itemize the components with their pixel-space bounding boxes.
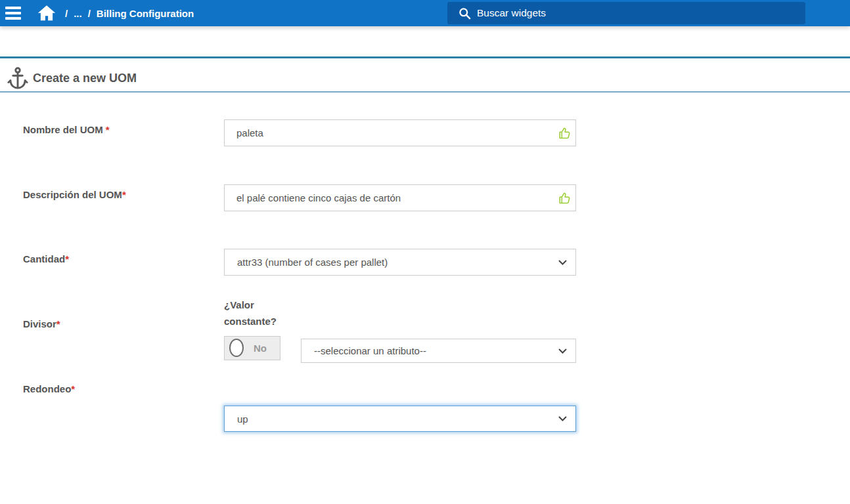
thumbs-up-valid-icon (557, 126, 570, 142)
chevron-down-icon (558, 260, 567, 265)
divisor-selected-value: --seleccionar un atributo-- (314, 345, 426, 356)
constant-value-question-label: ¿Valor constante? (224, 297, 296, 329)
field-label-cantidad: Cantidad* (23, 253, 69, 264)
nombre-uom-input[interactable] (224, 119, 576, 146)
page: / ... / Billing Configuration Buscar wid… (0, 0, 850, 504)
hamburger-menu-icon[interactable] (5, 6, 22, 20)
breadcrumb-separator: / (65, 8, 68, 19)
cantidad-select[interactable]: attr33 (number of cases per pallet) (224, 249, 576, 276)
anchor-icon (7, 67, 28, 89)
required-asterisk: * (71, 383, 75, 394)
required-asterisk: * (106, 124, 110, 135)
field-label-redondeo: Redondeo* (23, 383, 75, 394)
redondeo-select[interactable]: up (224, 406, 576, 432)
descripcion-uom-field-wrap (224, 184, 576, 211)
breadcrumb-current: Billing Configuration (97, 8, 194, 19)
home-icon[interactable] (37, 4, 56, 22)
section-divider-bottom (0, 91, 850, 93)
constant-value-toggle[interactable]: No (224, 336, 280, 360)
breadcrumb-separator: / (88, 8, 91, 19)
chevron-down-icon (558, 416, 567, 421)
required-asterisk: * (122, 189, 126, 200)
nombre-uom-field-wrap (224, 119, 576, 146)
section-divider-top (0, 56, 850, 58)
page-title: Create a new UOM (33, 72, 137, 85)
required-asterisk: * (56, 318, 60, 329)
toggle-knob-icon (229, 339, 244, 357)
chevron-down-icon (558, 348, 567, 354)
breadcrumb-collapsed[interactable]: ... (74, 8, 82, 19)
breadcrumb: / ... / Billing Configuration (65, 0, 194, 26)
toggle-state-label: No (254, 337, 267, 360)
search-placeholder: Buscar widgets (477, 7, 546, 19)
required-asterisk: * (65, 253, 69, 264)
descripcion-uom-input[interactable] (224, 184, 576, 211)
field-label-nombre: Nombre del UOM * (23, 124, 110, 135)
search-icon (459, 7, 471, 20)
widget-search-input[interactable]: Buscar widgets (447, 2, 805, 24)
thumbs-up-valid-icon (557, 191, 570, 207)
top-navigation-bar: / ... / Billing Configuration Buscar wid… (0, 0, 850, 26)
field-label-descripcion: Descripción del UOM* (23, 189, 126, 200)
divisor-atributo-select[interactable]: --seleccionar un atributo-- (301, 339, 576, 363)
field-label-divisor: Divisor* (23, 318, 60, 329)
cantidad-selected-value: attr33 (number of cases per pallet) (237, 257, 388, 268)
redondeo-selected-value: up (237, 413, 248, 425)
